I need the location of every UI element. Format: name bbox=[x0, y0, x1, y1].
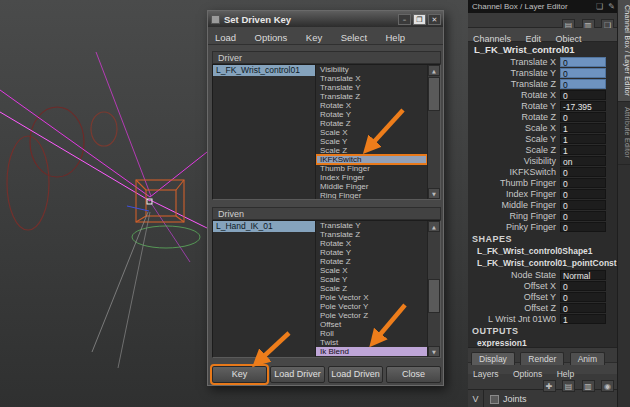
channel-name[interactable]: Offset X bbox=[468, 281, 560, 291]
channel-value[interactable]: 1 bbox=[560, 145, 606, 155]
driver-attr-item[interactable]: Visibility bbox=[316, 65, 427, 74]
driven-attr-item[interactable]: Scale Z bbox=[316, 284, 427, 293]
channel-value[interactable]: 0 bbox=[560, 211, 606, 221]
channel-value[interactable]: 0 bbox=[560, 222, 606, 232]
channel-value[interactable]: 0 bbox=[560, 200, 606, 210]
driver-attr-item[interactable]: Index Finger bbox=[316, 173, 427, 182]
driven-attr-item-selected[interactable]: Ik Blend bbox=[316, 347, 427, 356]
channel-value[interactable]: -17.395 bbox=[560, 101, 606, 111]
channel-value[interactable]: 0 bbox=[560, 303, 606, 313]
constraint-node-name[interactable]: L_FK_Wrist_control01_pointConst... bbox=[468, 257, 617, 269]
scroll-down-icon[interactable]: ▼ bbox=[428, 188, 440, 199]
driver-attr-item[interactable]: Ring Finger bbox=[316, 191, 427, 199]
channel-name[interactable]: Offset Z bbox=[468, 303, 560, 313]
channel-name[interactable]: Rotate Z bbox=[468, 112, 560, 122]
channel-value[interactable]: 0 bbox=[560, 112, 606, 122]
driver-attr-item[interactable]: Scale Z bbox=[316, 146, 427, 155]
new-layer-icon[interactable]: ✚ bbox=[543, 380, 556, 392]
side-tab-channel-box[interactable]: Channel Box / Layer Editor bbox=[618, 0, 630, 102]
scrollbar-thumb[interactable] bbox=[428, 279, 440, 313]
driver-attr-item[interactable]: Scale Y bbox=[316, 137, 427, 146]
menu-select[interactable]: Select bbox=[334, 29, 374, 46]
driven-attr-item[interactable]: Pole Vector Z bbox=[316, 311, 427, 320]
pencil-icon[interactable]: ✎ bbox=[608, 2, 615, 11]
output-node-name[interactable]: expression1 bbox=[468, 337, 617, 347]
layer-name[interactable]: Joints bbox=[503, 394, 527, 404]
channel-name[interactable]: Scale Z bbox=[468, 145, 560, 155]
scroll-down-icon[interactable]: ▼ bbox=[428, 346, 440, 357]
channel-name[interactable]: Scale X bbox=[468, 123, 560, 133]
channel-value[interactable]: 1 bbox=[560, 134, 606, 144]
driver-attr-item[interactable]: Middle Finger bbox=[316, 182, 427, 191]
channel-value[interactable]: 0 bbox=[560, 90, 606, 100]
driven-object-selected[interactable]: L_Hand_IK_01 bbox=[213, 221, 315, 232]
driver-attr-item[interactable]: Thumb Finger bbox=[316, 164, 427, 173]
load-driven-button[interactable]: Load Driven bbox=[328, 366, 383, 383]
panel-icon[interactable]: ❏ bbox=[596, 2, 603, 11]
menu-layers[interactable]: Layers bbox=[468, 369, 504, 380]
scroll-up-icon[interactable]: ▲ bbox=[428, 65, 440, 76]
driven-attr-item[interactable]: Rotate Y bbox=[316, 248, 427, 257]
channel-value[interactable]: 0 bbox=[560, 292, 606, 302]
driver-object-selected[interactable]: L_FK_Wrist_control01 bbox=[213, 65, 315, 76]
channel-value[interactable]: 0 bbox=[560, 178, 606, 188]
driven-attr-item[interactable]: Scale Y bbox=[316, 275, 427, 284]
driver-attr-item[interactable]: Scale X bbox=[316, 128, 427, 137]
channel-value[interactable]: 1 bbox=[560, 123, 606, 133]
driven-object-list[interactable]: L_Hand_IK_01 bbox=[213, 221, 316, 357]
channel-name[interactable]: IKFKSwitch bbox=[468, 167, 560, 177]
driven-attr-item[interactable]: Pole Vector Y bbox=[316, 302, 427, 311]
maximize-icon[interactable]: ❐ bbox=[413, 14, 426, 25]
driver-attr-item[interactable]: Translate Y bbox=[316, 83, 427, 92]
scroll-up-icon[interactable]: ▲ bbox=[428, 221, 440, 232]
channel-value[interactable]: Normal bbox=[560, 270, 606, 280]
driven-attr-item[interactable]: Translate Z bbox=[316, 230, 427, 239]
key-button[interactable]: Key bbox=[212, 366, 267, 383]
channel-value[interactable]: 1 bbox=[560, 314, 606, 324]
channel-value[interactable]: 0 bbox=[560, 79, 606, 89]
driven-attr-item[interactable]: Rotate X bbox=[316, 239, 427, 248]
driven-attr-item[interactable]: Translate Y bbox=[316, 221, 427, 230]
shape-node-name[interactable]: L_FK_Wrist_control0Shape1 bbox=[468, 245, 617, 257]
channel-value[interactable]: 0 bbox=[560, 189, 606, 199]
channel-name[interactable]: Offset Y bbox=[468, 292, 560, 302]
driver-attr-item[interactable]: Rotate Y bbox=[316, 110, 427, 119]
menu-options[interactable]: Options bbox=[248, 29, 295, 46]
channel-value[interactable]: 0 bbox=[560, 167, 606, 177]
driver-attr-item[interactable]: Translate X bbox=[316, 74, 427, 83]
channel-value[interactable]: 0 bbox=[560, 281, 606, 291]
channel-name[interactable]: Translate X bbox=[468, 57, 560, 67]
driven-scrollbar[interactable]: ▲ ▼ bbox=[427, 221, 440, 357]
layer-ball-icon[interactable]: ◉ bbox=[601, 380, 614, 392]
channel-name[interactable]: Ring Finger bbox=[468, 211, 560, 221]
channel-name[interactable]: Scale Y bbox=[468, 134, 560, 144]
layer-visibility-toggle[interactable]: V bbox=[468, 390, 484, 407]
driver-attr-item[interactable]: Rotate Z bbox=[316, 119, 427, 128]
channel-name[interactable]: Visibility bbox=[468, 156, 560, 166]
driver-scrollbar[interactable]: ▲ ▼ bbox=[427, 65, 440, 199]
driven-attr-item[interactable]: Twist bbox=[316, 338, 427, 347]
layer-grid-icon[interactable]: ▤ bbox=[562, 380, 575, 392]
layer-grid2-icon[interactable]: ▥ bbox=[582, 380, 595, 392]
driver-attr-item-selected[interactable]: IKFKSwitch bbox=[316, 155, 427, 164]
selected-object-name[interactable]: L_FK_Wrist_control01 bbox=[468, 42, 617, 56]
channel-name[interactable]: Rotate Y bbox=[468, 101, 560, 111]
channel-name[interactable]: Translate Z bbox=[468, 79, 560, 89]
channel-name[interactable]: Index Finger bbox=[468, 189, 560, 199]
channel-name[interactable]: Rotate X bbox=[468, 90, 560, 100]
side-tab-attribute-editor[interactable]: Attribute Editor bbox=[618, 102, 630, 164]
channel-name[interactable]: Thumb Finger bbox=[468, 178, 560, 188]
close-button[interactable]: Close bbox=[386, 366, 441, 383]
channel-name[interactable]: Translate Y bbox=[468, 68, 560, 78]
menu-help[interactable]: Help bbox=[378, 29, 412, 46]
driven-attribute-list[interactable]: Translate Y Translate Z Rotate X Rotate … bbox=[316, 221, 427, 357]
channel-value[interactable]: on bbox=[560, 156, 606, 166]
driven-attr-item[interactable]: Offset bbox=[316, 320, 427, 329]
channel-name[interactable]: Node State bbox=[468, 270, 560, 280]
layer-color-swatch[interactable] bbox=[490, 395, 499, 404]
channel-name[interactable]: Pinky Finger bbox=[468, 222, 560, 232]
load-driver-button[interactable]: Load Driver bbox=[270, 366, 325, 383]
channel-value[interactable]: 0 bbox=[560, 68, 606, 78]
driver-attr-item[interactable]: Translate Z bbox=[316, 92, 427, 101]
menu-load[interactable]: Load bbox=[208, 29, 243, 46]
